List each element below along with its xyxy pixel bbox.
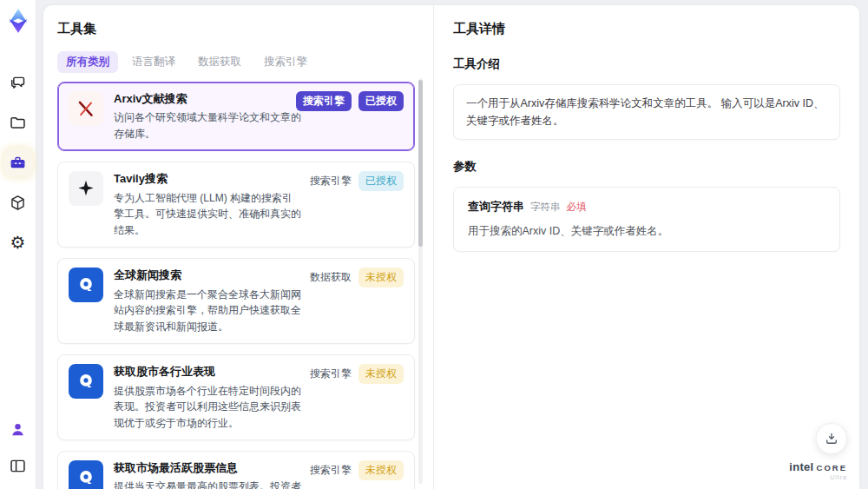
params-heading: 参数 xyxy=(453,159,840,175)
tool-card-tavily[interactable]: Tavily搜索 专为人工智能代理 (LLM) 构建的搜索引擎工具。可快速提供实… xyxy=(57,162,415,248)
intro-heading: 工具介绍 xyxy=(453,56,840,72)
tool-detail-panel: 工具详情 工具介绍 一个用于从Arxiv存储库搜索科学论文和文章的工具。 输入可… xyxy=(434,5,859,489)
tool-card-stock-sectors[interactable]: 获取股市各行业表现 提供股票市场各个行业在特定时间段内的表现。投资者可以利用这些… xyxy=(57,354,415,440)
auth-badge: 未授权 xyxy=(358,364,404,384)
tool-card-active-stocks[interactable]: 获取市场最活跃股票信息 提供当天交易量最高的股票列表。投资者可以利用这些信息来识… xyxy=(57,451,415,489)
sidebar-item-chat[interactable] xyxy=(3,68,33,97)
tool-intro-text: 一个用于从Arxiv存储库搜索科学论文和文章的工具。 输入可以是Arxiv ID… xyxy=(453,84,840,140)
chat-icon xyxy=(9,74,27,92)
auth-badge: 未授权 xyxy=(358,268,404,287)
gear-icon: ⚙ xyxy=(10,234,26,251)
category-badge: 搜索引擎 xyxy=(296,91,352,111)
sidebar-item-packages[interactable] xyxy=(3,188,33,217)
cube-icon xyxy=(9,194,27,212)
collapse-panel-button[interactable] xyxy=(3,451,33,480)
toolbox-icon xyxy=(9,154,27,172)
stock-data-logo-icon xyxy=(69,364,103,399)
category-label: 搜索引擎 xyxy=(310,174,352,188)
category-label: 搜索引擎 xyxy=(310,367,352,381)
arxiv-logo-icon xyxy=(69,91,103,126)
tool-desc: 专为人工智能代理 (LLM) 构建的搜索引擎工具。可快速提供实时、准确和真实的结… xyxy=(114,190,301,239)
tool-name: 获取股市各行业表现 xyxy=(114,364,301,380)
tool-desc: 提供股票市场各个行业在特定时间段内的表现。投资者可以利用这些信息来识别表现优于或… xyxy=(114,383,301,432)
user-avatar-icon xyxy=(9,420,27,439)
tool-list: Arxiv文献搜索 访问各个研究领域大量科学论文和文章的存储库。 搜索引擎 已授… xyxy=(57,82,415,489)
tool-list-panel: 工具集 所有类别 语言翻译 数据获取 搜索引擎 Arxiv文献搜索 访问各个研究… xyxy=(43,5,434,489)
detail-title: 工具详情 xyxy=(453,21,840,37)
stock-data-logo-icon xyxy=(69,460,103,489)
auth-badge: 已授权 xyxy=(358,91,404,111)
sidebar-item-files[interactable] xyxy=(3,108,33,137)
tool-name: Tavily搜索 xyxy=(114,171,301,187)
tool-desc: 全球新闻搜索是一个聚合全球各大新闻网站内容的搜索引擎，帮助用户快速获取全球最新资… xyxy=(114,287,301,335)
intel-core-logo: intel CORE Ultra xyxy=(789,461,847,480)
tavily-logo-icon xyxy=(69,171,103,206)
list-scrollbar-track[interactable] xyxy=(418,78,423,484)
tab-search-engine[interactable]: 搜索引擎 xyxy=(255,51,316,73)
sidebar-item-settings[interactable]: ⚙ xyxy=(3,228,33,257)
auth-badge: 未授权 xyxy=(358,460,404,480)
param-name: 查询字符串 xyxy=(468,199,524,215)
tool-card-global-news[interactable]: 全球新闻搜索 全球新闻搜索是一个聚合全球各大新闻网站内容的搜索引擎，帮助用户快速… xyxy=(57,258,415,344)
panel-layout-icon xyxy=(9,457,27,475)
tab-translation[interactable]: 语言翻译 xyxy=(123,51,184,73)
tool-name: 全球新闻搜索 xyxy=(114,268,301,283)
tool-card-arxiv[interactable]: Arxiv文献搜索 访问各个研究领域大量科学论文和文章的存储库。 搜索引擎 已授… xyxy=(57,82,415,151)
news-search-logo-icon xyxy=(69,268,103,302)
tool-name: Arxiv文献搜索 xyxy=(114,91,301,107)
category-label: 数据获取 xyxy=(310,270,352,285)
ultra-brand-text: Ultra xyxy=(789,474,847,480)
tab-all-categories[interactable]: 所有类别 xyxy=(57,51,118,73)
tab-data-fetch[interactable]: 数据获取 xyxy=(189,51,250,73)
core-brand-text: CORE xyxy=(817,464,847,472)
category-tabs: 所有类别 语言翻译 数据获取 搜索引擎 xyxy=(57,51,433,73)
tool-desc: 访问各个研究领域大量科学论文和文章的存储库。 xyxy=(114,109,301,142)
intel-brand-text: intel xyxy=(789,461,813,472)
param-required-flag: 必填 xyxy=(567,201,587,214)
param-type: 字符串 xyxy=(530,201,561,214)
folder-icon xyxy=(9,114,27,132)
main-card: 工具集 所有类别 语言翻译 数据获取 搜索引擎 Arxiv文献搜索 访问各个研究… xyxy=(43,5,859,489)
rail-nav: ⚙ xyxy=(3,68,33,257)
icon-rail: ⚙ xyxy=(0,0,36,489)
page-title: 工具集 xyxy=(57,21,433,37)
tool-name: 获取市场最活跃股票信息 xyxy=(114,460,301,476)
rail-bottom xyxy=(3,414,33,480)
tool-desc: 提供当天交易量最高的股票列表。投资者可以利用这些信息来识别流动性强的股票和潜在的… xyxy=(114,479,301,489)
param-card: 查询字符串 字符串 必填 用于搜索的Arxiv ID、关键字或作者姓名。 xyxy=(453,187,840,252)
auth-badge: 已授权 xyxy=(358,171,404,191)
list-scrollbar-thumb[interactable] xyxy=(418,80,423,247)
app-logo-icon xyxy=(5,7,31,35)
param-desc: 用于搜索的Arxiv ID、关键字或作者姓名。 xyxy=(468,223,825,240)
user-profile-button[interactable] xyxy=(3,414,33,444)
download-icon xyxy=(824,431,839,446)
category-label: 搜索引擎 xyxy=(310,463,352,478)
download-button[interactable] xyxy=(816,423,847,454)
sidebar-item-tools[interactable] xyxy=(3,148,33,177)
